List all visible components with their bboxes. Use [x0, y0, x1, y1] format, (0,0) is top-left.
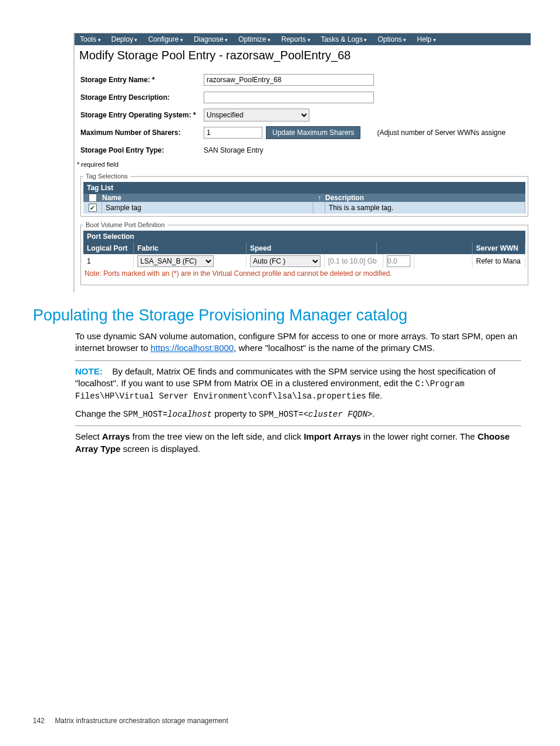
checkbox-icon[interactable]: [89, 194, 97, 202]
port-selection-title: Port Selection: [83, 231, 525, 242]
port-gb-input[interactable]: [387, 255, 410, 267]
menu-tasks-logs[interactable]: Tasks & Logs: [316, 35, 373, 43]
port-row-server-wwn: Refer to Mana: [473, 254, 525, 268]
port-note: Note: Ports marked with an (*) are in th…: [83, 268, 525, 282]
pool-entry-type-label: Storage Pool Entry Type:: [80, 146, 204, 154]
divider: [75, 426, 521, 426]
tag-header-name[interactable]: Name: [102, 194, 313, 202]
port-fabric-select[interactable]: LSA_SAN_B (FC): [137, 255, 214, 267]
menu-options[interactable]: Options: [372, 35, 411, 43]
paragraph-3: Select Arrays from the tree view on the …: [75, 431, 521, 455]
page-title: Modify Storage Pool Entry - razorsaw_Poo…: [75, 45, 531, 68]
menu-help[interactable]: Help: [411, 35, 441, 43]
divider: [75, 360, 521, 361]
required-field-note: * required field: [77, 161, 528, 168]
note-paragraph: NOTE: By default, Matrix OE finds and co…: [75, 366, 521, 402]
menu-deploy[interactable]: Deploy: [106, 35, 143, 43]
port-speed-range: [0.1 to 10.0] Gb: [325, 254, 383, 268]
tag-row-name: Sample tag: [102, 202, 313, 214]
page-number: 142: [33, 717, 45, 725]
checkbox-checked-icon[interactable]: ✔: [89, 204, 97, 212]
max-sharers-label: Maximum Number of Sharers:: [80, 129, 204, 137]
boot-volume-fieldset: Boot Volume Port Definition Port Selecti…: [80, 221, 528, 285]
menu-reports[interactable]: Reports: [276, 35, 316, 43]
sort-asc-icon[interactable]: ↑: [313, 194, 325, 202]
menu-tools[interactable]: Tools: [75, 35, 106, 43]
localhost-link[interactable]: https://localhost:8000: [150, 343, 234, 353]
storage-entry-os-label: Storage Entry Operating System: *: [80, 111, 204, 119]
paragraph-1: To use dynamic SAN volume automation, co…: [75, 330, 521, 355]
update-max-sharers-button[interactable]: Update Maximum Sharers: [266, 126, 360, 139]
storage-entry-os-select[interactable]: Unspecified: [204, 109, 309, 121]
storage-entry-desc-label: Storage Entry Description:: [80, 93, 204, 102]
app-window: Tools Deploy Configure Diagnose Optimize…: [73, 33, 531, 292]
port-row-lp: 1: [83, 254, 134, 268]
menu-optimize[interactable]: Optimize: [233, 35, 276, 43]
tag-row[interactable]: ✔ Sample tag This is a sample tag.: [83, 202, 525, 214]
port-header-speed: Speed: [247, 242, 377, 254]
port-speed-select[interactable]: Auto (FC ): [250, 255, 321, 267]
document-body: Populating the Storage Provisioning Mana…: [33, 306, 521, 455]
pool-entry-type-value: SAN Storage Entry: [204, 146, 263, 154]
tag-list-title: Tag List: [83, 182, 525, 194]
max-sharers-input[interactable]: [204, 127, 262, 139]
tag-selections-fieldset: Tag Selections Tag List Name ↑ Descripti…: [80, 173, 528, 217]
tag-row-desc: This is a sample tag.: [325, 202, 525, 214]
page-footer: 142 Matrix infrastructure orchestration …: [33, 717, 228, 725]
section-heading: Populating the Storage Provisioning Mana…: [33, 306, 521, 325]
form-area: Storage Entry Name: * Storage Entry Desc…: [75, 68, 531, 292]
port-header-server-wwn: Server WWN: [473, 242, 525, 254]
menubar: Tools Deploy Configure Diagnose Optimize…: [75, 33, 531, 45]
boot-volume-legend: Boot Volume Port Definition: [83, 221, 167, 228]
tag-header-desc[interactable]: Description: [325, 194, 525, 202]
storage-entry-name-input[interactable]: [204, 74, 374, 86]
port-header-fabric: Fabric: [134, 242, 247, 254]
menu-diagnose[interactable]: Diagnose: [188, 35, 233, 43]
tag-selections-legend: Tag Selections: [83, 173, 130, 180]
port-header-logical-port: Logical Port: [83, 242, 134, 254]
chapter-title: Matrix infrastructure orchestration stor…: [55, 717, 228, 725]
change-paragraph: Change the SPM_HOST=localhost property t…: [75, 408, 521, 420]
menu-configure[interactable]: Configure: [143, 35, 188, 43]
max-sharers-hint: (Adjust number of Server WWNs assigne: [377, 129, 505, 137]
tag-header-check[interactable]: [83, 194, 102, 202]
storage-entry-desc-input[interactable]: [204, 92, 374, 103]
port-row: 1 LSA_SAN_B (FC) Auto (FC ) [0.1 to 10.0…: [83, 254, 525, 268]
storage-entry-name-label: Storage Entry Name: *: [80, 76, 204, 84]
note-label: NOTE:: [75, 366, 103, 376]
